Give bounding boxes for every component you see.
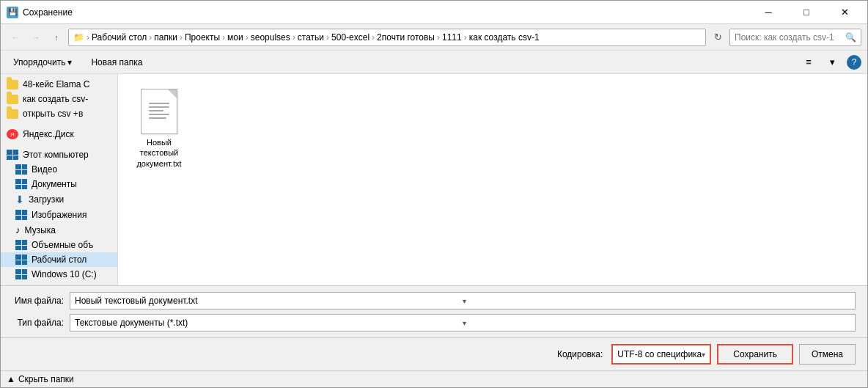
- filename-value: Новый текстовый документ.txt: [75, 296, 463, 306]
- breadcrumb-item[interactable]: Рабочий стол: [92, 32, 147, 43]
- chevron-down-icon: ▾: [67, 57, 72, 67]
- encoding-value: UTF-8 со специфика: [617, 349, 702, 359]
- dialog-icon: 💾: [7, 7, 18, 18]
- breadcrumb-item[interactable]: статьи: [298, 32, 324, 43]
- filetype-input[interactable]: Текстовые документы (*.txt) ▾: [70, 314, 856, 332]
- filename-row: Имя файла: Новый текстовый документ.txt …: [12, 292, 856, 310]
- sidebar-item-computer[interactable]: Этот компьютер: [1, 147, 117, 162]
- txt-file-icon: [141, 89, 177, 134]
- maximize-button[interactable]: □: [790, 1, 823, 24]
- sidebar-item-label: Windows 10 (С:): [32, 269, 97, 279]
- music-icon: ♪: [15, 224, 21, 235]
- nav-toolbar: ← → ↑ 📁 › Рабочий стол › папки › Проекты…: [1, 24, 867, 51]
- sidebar-item-label: как создать csv-: [23, 94, 88, 104]
- sidebar-item-label: Изображения: [32, 210, 87, 220]
- sidebar: 48-кейс Elama С как создать csv- открыть…: [1, 74, 118, 285]
- cancel-button[interactable]: Отмена: [799, 344, 856, 365]
- file-area: Новый текстовый документ.txt: [118, 74, 867, 285]
- sidebar-item-video[interactable]: Видео: [1, 162, 117, 177]
- sidebar-item-48[interactable]: 48-кейс Elama С: [1, 77, 117, 92]
- sidebar-item-open-csv[interactable]: открыть csv +в: [1, 106, 117, 121]
- filetype-label: Тип файла:: [12, 318, 64, 328]
- encoding-dropdown-arrow: ▾: [702, 351, 705, 359]
- file-name: Новый текстовый документ.txt: [133, 137, 185, 169]
- sidebar-item-label: Видео: [32, 164, 57, 175]
- view-options-button[interactable]: ▾: [823, 54, 841, 71]
- 3d-icon: [15, 240, 27, 250]
- filename-dropdown-arrow: ▾: [463, 297, 850, 305]
- action-bar: Упорядочить ▾ Новая папка ≡ ▾ ?: [1, 51, 867, 74]
- breadcrumb-item[interactable]: как создать csv-1: [469, 32, 540, 43]
- search-input[interactable]: [735, 32, 845, 43]
- help-button[interactable]: ?: [847, 55, 861, 70]
- filename-input[interactable]: Новый текстовый документ.txt ▾: [70, 292, 856, 310]
- computer-icon: [7, 150, 18, 160]
- folder-icon: [7, 95, 18, 104]
- breadcrumb-item[interactable]: 500-excel: [331, 32, 369, 43]
- encoding-select[interactable]: UTF-8 со специфика ▾: [611, 344, 711, 365]
- encoding-label: Кодировка:: [557, 349, 603, 359]
- sidebar-item-label: 48-кейс Elama С: [23, 79, 89, 89]
- sidebar-item-label: Рабочий стол: [32, 255, 87, 265]
- search-icon: 🔍: [845, 32, 856, 43]
- breadcrumb-item[interactable]: 2почти готовы: [377, 32, 435, 43]
- breadcrumb-item[interactable]: папки: [154, 32, 177, 43]
- breadcrumb-icon: 📁: [73, 32, 84, 43]
- view-button[interactable]: ≡: [800, 54, 817, 71]
- breadcrumb[interactable]: 📁 › Рабочий стол › папки › Проекты › мои…: [68, 29, 706, 46]
- up-button[interactable]: ↑: [48, 29, 65, 46]
- main-content: 48-кейс Elama С как создать csv- открыть…: [1, 74, 867, 285]
- new-folder-button[interactable]: Новая папка: [84, 54, 149, 71]
- desktop-icon: [15, 255, 27, 265]
- breadcrumb-item[interactable]: seopulses: [251, 32, 290, 43]
- sidebar-item-documents[interactable]: Документы: [1, 177, 117, 191]
- sidebar-item-label: Этот компьютер: [23, 150, 89, 160]
- filetype-dropdown-arrow: ▾: [463, 319, 850, 327]
- filetype-value: Текстовые документы (*.txt): [75, 318, 463, 328]
- documents-icon: [15, 179, 27, 189]
- sidebar-item-label: Музыка: [25, 225, 56, 235]
- dialog-title: Сохранение: [23, 7, 747, 18]
- images-icon: [15, 210, 27, 220]
- sidebar-item-csv[interactable]: как создать csv-: [1, 92, 117, 106]
- organize-button[interactable]: Упорядочить ▾: [7, 54, 78, 71]
- file-item[interactable]: Новый текстовый документ.txt: [130, 86, 188, 172]
- yandex-disk-icon: Я: [7, 129, 18, 139]
- sidebar-item-label: Документы: [32, 179, 77, 189]
- save-dialog: 💾 Сохранение ─ □ ✕ ← → ↑ 📁 › Рабочий сто…: [0, 0, 868, 388]
- sidebar-item-downloads[interactable]: ⬇ Загрузки: [1, 191, 117, 208]
- refresh-button[interactable]: ↻: [709, 29, 727, 46]
- downloads-icon: ⬇: [15, 194, 24, 205]
- sidebar-item-label: Загрузки: [29, 194, 64, 205]
- sidebar-item-yandex[interactable]: Я Яндекс.Диск: [1, 127, 117, 142]
- folder-icon: [7, 109, 18, 119]
- back-button[interactable]: ←: [7, 29, 24, 46]
- hide-panels-bar: ▲ Скрыть папки: [1, 370, 867, 387]
- video-icon: [15, 164, 27, 175]
- folder-icon: [7, 80, 18, 89]
- sidebar-item-images[interactable]: Изображения: [1, 208, 117, 222]
- forward-button[interactable]: →: [27, 29, 45, 46]
- breadcrumb-item[interactable]: Проекты: [185, 32, 220, 43]
- minimize-button[interactable]: ─: [751, 1, 785, 24]
- sidebar-item-label: Яндекс.Диск: [23, 129, 74, 139]
- title-bar: 💾 Сохранение ─ □ ✕: [1, 1, 867, 24]
- sidebar-item-desktop[interactable]: Рабочий стол: [1, 252, 117, 267]
- sidebar-item-windows[interactable]: Windows 10 (С:): [1, 267, 117, 282]
- bottom-bar: Имя файла: Новый текстовый документ.txt …: [1, 285, 867, 337]
- sidebar-item-3d[interactable]: Объемные объ: [1, 238, 117, 252]
- save-button[interactable]: Сохранить: [717, 344, 793, 365]
- filetype-row: Тип файла: Текстовые документы (*.txt) ▾: [12, 314, 856, 332]
- breadcrumb-item[interactable]: 1111: [442, 32, 462, 43]
- drive-icon: [15, 269, 27, 279]
- footer-bar: Кодировка: UTF-8 со специфика ▾ Сохранит…: [1, 337, 867, 370]
- sidebar-item-music[interactable]: ♪ Музыка: [1, 222, 117, 238]
- search-box[interactable]: 🔍: [729, 29, 861, 46]
- filename-label: Имя файла:: [12, 296, 64, 306]
- breadcrumb-item[interactable]: мои: [227, 32, 243, 43]
- sidebar-item-label: открыть csv +в: [23, 109, 83, 119]
- chevron-up-icon: ▲: [7, 374, 15, 384]
- hide-panels-button[interactable]: ▲ Скрыть папки: [7, 374, 74, 384]
- sidebar-item-label: Объемные объ: [32, 240, 93, 250]
- close-button[interactable]: ✕: [828, 1, 861, 24]
